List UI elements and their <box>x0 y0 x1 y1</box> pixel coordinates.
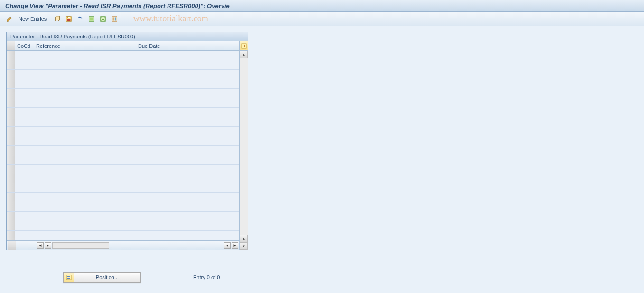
cell-reference[interactable] <box>34 70 136 79</box>
cell-cocd[interactable] <box>15 60 34 69</box>
table-row[interactable] <box>7 79 239 89</box>
cell-cocd[interactable] <box>15 231 34 240</box>
row-selector[interactable] <box>7 193 15 202</box>
cell-cocd[interactable] <box>15 117 34 126</box>
cell-due-date[interactable] <box>136 51 239 60</box>
cell-cocd[interactable] <box>15 174 34 183</box>
table-row[interactable] <box>7 165 239 174</box>
cell-reference[interactable] <box>34 146 136 155</box>
table-row[interactable] <box>7 183 239 193</box>
deselect-all-icon[interactable] <box>99 15 107 23</box>
table-row[interactable] <box>7 221 239 231</box>
vscroll-up-icon[interactable]: ▲ <box>240 51 248 58</box>
cell-cocd[interactable] <box>15 146 34 155</box>
row-selector[interactable] <box>7 221 15 230</box>
table-row[interactable] <box>7 117 239 127</box>
vscroll-down-icon[interactable]: ▼ <box>240 242 248 250</box>
cell-cocd[interactable] <box>15 183 34 192</box>
cell-reference[interactable] <box>34 212 136 221</box>
cell-reference[interactable] <box>34 79 136 88</box>
vscroll-pageup-icon[interactable]: ▲ <box>240 235 248 242</box>
column-header-reference[interactable]: Reference <box>34 43 136 49</box>
cell-reference[interactable] <box>34 183 136 192</box>
table-row[interactable] <box>7 193 239 202</box>
row-selector[interactable] <box>7 117 15 126</box>
table-row[interactable] <box>7 98 239 108</box>
cell-cocd[interactable] <box>15 165 34 174</box>
table-row[interactable] <box>7 174 239 183</box>
table-row[interactable] <box>7 127 239 136</box>
undo-icon[interactable] <box>76 15 84 23</box>
hscroll-left-end-icon[interactable]: ◄ <box>37 242 44 249</box>
row-selector[interactable] <box>7 212 15 221</box>
cell-due-date[interactable] <box>136 231 239 240</box>
cell-cocd[interactable] <box>15 108 34 117</box>
pencil-icon[interactable] <box>5 15 14 23</box>
cell-due-date[interactable] <box>136 79 239 88</box>
row-selector[interactable] <box>7 136 15 145</box>
cell-reference[interactable] <box>34 127 136 136</box>
cell-cocd[interactable] <box>15 51 34 60</box>
column-header-cocd[interactable]: CoCd <box>15 43 34 49</box>
cell-cocd[interactable] <box>15 221 34 230</box>
row-selector[interactable] <box>7 231 15 240</box>
cell-due-date[interactable] <box>136 202 239 211</box>
cell-due-date[interactable] <box>136 89 239 98</box>
table-row[interactable] <box>7 202 239 212</box>
vscroll-track[interactable] <box>240 58 248 235</box>
cell-cocd[interactable] <box>15 136 34 145</box>
cell-cocd[interactable] <box>15 212 34 221</box>
hscroll-track[interactable] <box>52 242 109 249</box>
cell-reference[interactable] <box>34 117 136 126</box>
table-row[interactable] <box>7 108 239 117</box>
cell-due-date[interactable] <box>136 221 239 230</box>
cell-reference[interactable] <box>34 136 136 145</box>
cell-cocd[interactable] <box>15 98 34 107</box>
cell-reference[interactable] <box>34 221 136 230</box>
position-button[interactable]: Position... <box>63 272 141 283</box>
cell-due-date[interactable] <box>136 117 239 126</box>
cell-cocd[interactable] <box>15 79 34 88</box>
hscroll-right-icon[interactable]: ◂ <box>224 242 231 249</box>
cell-reference[interactable] <box>34 155 136 164</box>
row-selector[interactable] <box>7 165 15 174</box>
row-selector[interactable] <box>7 70 15 79</box>
cell-reference[interactable] <box>34 98 136 107</box>
cell-reference[interactable] <box>34 165 136 174</box>
cell-due-date[interactable] <box>136 108 239 117</box>
cell-reference[interactable] <box>34 202 136 211</box>
table-row[interactable] <box>7 136 239 146</box>
row-selector[interactable] <box>7 108 15 117</box>
row-selector[interactable] <box>7 51 15 60</box>
configure-columns-icon[interactable] <box>240 41 248 51</box>
column-header-due-date[interactable]: Due Date <box>136 43 239 49</box>
cell-reference[interactable] <box>34 174 136 183</box>
cell-reference[interactable] <box>34 51 136 60</box>
row-selector[interactable] <box>7 202 15 211</box>
hscroll-right-end-icon[interactable]: ► <box>232 242 238 249</box>
cell-reference[interactable] <box>34 108 136 117</box>
table-row[interactable] <box>7 155 239 165</box>
row-selector[interactable] <box>7 60 15 69</box>
cell-due-date[interactable] <box>136 183 239 192</box>
cell-due-date[interactable] <box>136 165 239 174</box>
row-selector[interactable] <box>7 146 15 155</box>
new-entries-button[interactable]: New Entries <box>19 16 47 22</box>
table-row[interactable] <box>7 60 239 70</box>
row-selector[interactable] <box>7 89 15 98</box>
cell-reference[interactable] <box>34 231 136 240</box>
table-row[interactable] <box>7 89 239 98</box>
cell-due-date[interactable] <box>136 127 239 136</box>
row-selector-header[interactable] <box>7 41 15 50</box>
row-selector[interactable] <box>7 183 15 192</box>
cell-due-date[interactable] <box>136 212 239 221</box>
cell-due-date[interactable] <box>136 98 239 107</box>
table-row[interactable] <box>7 51 239 60</box>
table-row[interactable] <box>7 212 239 221</box>
cell-due-date[interactable] <box>136 146 239 155</box>
cell-due-date[interactable] <box>136 70 239 79</box>
cell-cocd[interactable] <box>15 89 34 98</box>
delete-icon[interactable] <box>110 15 119 23</box>
cell-due-date[interactable] <box>136 155 239 164</box>
row-selector[interactable] <box>7 98 15 107</box>
